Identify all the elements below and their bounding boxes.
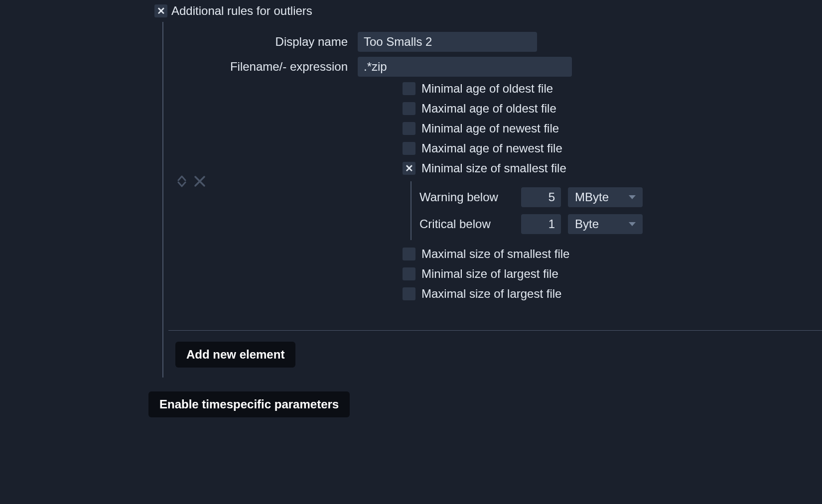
display-name-input[interactable] (358, 32, 537, 52)
max-age-newest-label: Maximal age of newest file (421, 141, 562, 155)
delete-rule-icon[interactable] (193, 175, 206, 188)
filename-expression-input[interactable] (358, 57, 572, 77)
section-title: Additional rules for outliers (171, 4, 312, 18)
display-name-label: Display name (213, 35, 358, 49)
warning-below-input[interactable] (521, 187, 561, 207)
min-age-newest-checkbox[interactable] (403, 122, 415, 135)
chevron-down-icon (629, 222, 636, 226)
min-size-largest-checkbox[interactable] (403, 267, 415, 280)
enable-timespecific-button[interactable]: Enable timespecific parameters (148, 391, 350, 417)
critical-unit-select[interactable]: Byte (568, 214, 643, 234)
min-age-newest-label: Minimal age of newest file (421, 122, 559, 135)
max-size-largest-checkbox[interactable] (403, 287, 415, 300)
filename-expression-label: Filename/- expression (213, 60, 358, 74)
min-size-largest-label: Minimal size of largest file (421, 267, 558, 281)
max-size-smallest-checkbox[interactable] (403, 248, 415, 260)
max-size-smallest-label: Maximal size of smallest file (421, 247, 569, 261)
critical-unit-value: Byte (575, 217, 599, 231)
min-size-smallest-label: Minimal size of smallest file (421, 161, 566, 175)
max-age-oldest-checkbox[interactable] (403, 102, 415, 115)
max-age-newest-checkbox[interactable] (403, 142, 415, 155)
rule-item: Display name Filename/- expression Minim… (168, 32, 822, 331)
min-size-smallest-params: Warning below MByte Critical below B (411, 181, 822, 240)
warning-unit-value: MByte (575, 190, 609, 204)
move-up-down-icon[interactable] (177, 175, 186, 187)
min-age-oldest-label: Minimal age of oldest file (421, 82, 553, 96)
critical-below-input[interactable] (521, 214, 561, 234)
chevron-down-icon (629, 195, 636, 199)
section-toggle-checkbox[interactable] (154, 4, 167, 17)
critical-below-label: Critical below (419, 217, 514, 231)
min-age-oldest-checkbox[interactable] (403, 82, 415, 95)
max-age-oldest-label: Maximal age of oldest file (421, 102, 556, 116)
min-size-smallest-checkbox[interactable] (403, 162, 415, 175)
max-size-largest-label: Maximal size of largest file (421, 287, 561, 301)
add-new-element-button[interactable]: Add new element (175, 342, 295, 368)
warning-unit-select[interactable]: MByte (568, 187, 643, 207)
rules-tree: Display name Filename/- expression Minim… (162, 22, 822, 378)
warning-below-label: Warning below (419, 190, 514, 204)
